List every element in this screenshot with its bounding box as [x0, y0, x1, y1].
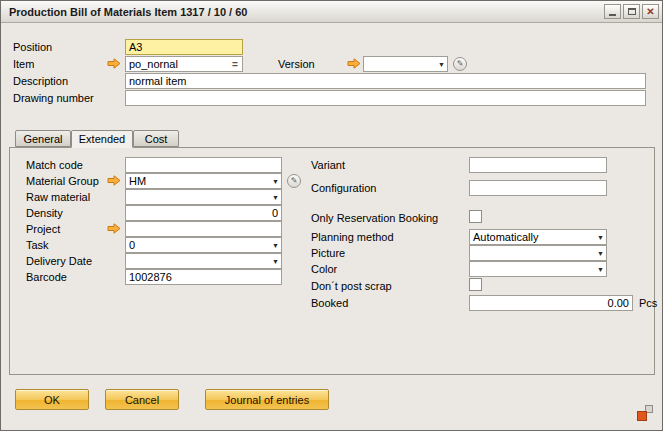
booked-unit-label: Pcs	[639, 297, 657, 309]
planning-method-select[interactable]: Automatically ▼	[469, 229, 607, 245]
tab-cost[interactable]: Cost	[133, 130, 179, 147]
drawing-number-label: Drawing number	[13, 92, 94, 104]
version-link-arrow-icon[interactable]	[347, 58, 361, 69]
match-code-label: Match code	[26, 159, 83, 171]
version-select[interactable]: ▼	[363, 56, 448, 72]
delivery-date-select[interactable]: ▼	[125, 253, 282, 269]
material-group-edit-icon[interactable]: ✎	[287, 174, 301, 188]
drawing-number-input[interactable]	[125, 90, 646, 106]
tab-general[interactable]: General	[15, 130, 71, 147]
item-label: Item	[13, 58, 34, 70]
minimize-icon	[609, 14, 616, 16]
material-group-link-arrow-icon[interactable]	[107, 175, 121, 186]
only-reservation-booking-checkbox[interactable]	[469, 210, 482, 223]
maximize-icon	[628, 8, 636, 15]
project-link-arrow-icon[interactable]	[107, 223, 121, 234]
cancel-button[interactable]: Cancel	[105, 389, 179, 410]
dont-post-scrap-checkbox[interactable]	[469, 278, 482, 291]
density-input[interactable]	[125, 205, 282, 221]
close-icon: ✕	[646, 7, 654, 17]
chevron-down-icon: ▼	[272, 258, 279, 265]
version-label: Version	[278, 58, 315, 70]
chevron-down-icon: ▼	[597, 250, 604, 257]
picture-label: Picture	[311, 247, 345, 259]
tab-extended[interactable]: Extended	[71, 130, 133, 148]
chevron-down-icon: ▼	[272, 178, 279, 185]
only-reservation-booking-label: Only Reservation Booking	[311, 212, 438, 224]
window-title: Production Bill of Materials Item 1317 /…	[9, 6, 602, 18]
chevron-down-icon: ▼	[272, 194, 279, 201]
material-group-value: HM	[129, 175, 267, 187]
titlebar[interactable]: Production Bill of Materials Item 1317 /…	[1, 1, 662, 23]
production-bom-window: Production Bill of Materials Item 1317 /…	[0, 0, 663, 431]
journal-of-entries-button[interactable]: Journal of entries	[205, 389, 329, 410]
dont-post-scrap-label: Don´t post scrap	[311, 280, 392, 292]
booked-input[interactable]	[469, 295, 633, 311]
project-input[interactable]	[125, 221, 282, 237]
variant-input[interactable]	[469, 157, 607, 173]
grip-orange-square	[637, 411, 647, 421]
item-link-arrow-icon[interactable]	[107, 58, 121, 69]
raw-material-select[interactable]: ▼	[125, 189, 282, 205]
raw-material-label: Raw material	[26, 191, 90, 203]
chevron-down-icon: ▼	[272, 242, 279, 249]
close-button[interactable]: ✕	[642, 4, 659, 19]
description-label: Description	[13, 75, 68, 87]
barcode-label: Barcode	[26, 271, 67, 283]
task-label: Task	[26, 239, 49, 251]
maximize-button[interactable]	[623, 4, 640, 19]
ok-button[interactable]: OK	[15, 389, 89, 410]
material-group-label: Material Group	[26, 175, 99, 187]
chevron-down-icon: ▼	[438, 61, 445, 68]
match-code-input[interactable]	[125, 157, 282, 173]
booked-label: Booked	[311, 297, 348, 309]
variant-label: Variant	[311, 159, 345, 171]
form-resize-grip-icon[interactable]	[637, 405, 653, 421]
task-value: 0	[129, 239, 267, 251]
minimize-button[interactable]	[604, 4, 621, 19]
position-label: Position	[13, 41, 52, 53]
configuration-label: Configuration	[311, 182, 376, 194]
chevron-down-icon: ▼	[597, 266, 604, 273]
delivery-date-label: Delivery Date	[26, 255, 92, 267]
chevron-down-icon: ▼	[597, 234, 604, 241]
task-select[interactable]: 0 ▼	[125, 237, 282, 253]
barcode-input[interactable]	[125, 269, 282, 285]
project-label: Project	[26, 223, 60, 235]
color-select[interactable]: ▼	[469, 261, 607, 277]
material-group-select[interactable]: HM ▼	[125, 173, 282, 189]
planning-method-label: Planning method	[311, 231, 394, 243]
item-input[interactable]	[125, 56, 243, 72]
color-label: Color	[311, 263, 337, 275]
planning-method-value: Automatically	[473, 231, 592, 243]
density-label: Density	[26, 207, 63, 219]
position-input[interactable]	[125, 39, 243, 55]
configuration-input[interactable]	[469, 180, 607, 196]
item-details-icon[interactable]: =	[232, 60, 238, 70]
picture-select[interactable]: ▼	[469, 245, 607, 261]
version-edit-icon[interactable]: ✎	[453, 57, 467, 71]
description-input[interactable]	[125, 73, 646, 89]
